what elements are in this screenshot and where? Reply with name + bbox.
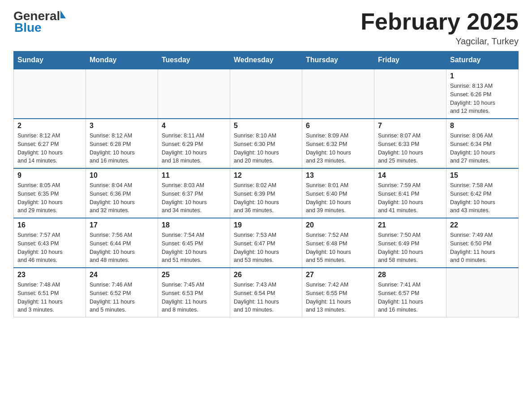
day-number: 13 bbox=[306, 171, 370, 180]
calendar-cell: 3Sunrise: 8:12 AMSunset: 6:28 PMDaylight… bbox=[86, 119, 158, 168]
title-area: February 2025 Yagcilar, Turkey bbox=[360, 9, 519, 47]
calendar-cell: 18Sunrise: 7:54 AMSunset: 6:45 PMDayligh… bbox=[158, 218, 230, 268]
day-number: 1 bbox=[450, 72, 515, 80]
logo-arrow-icon bbox=[60, 10, 66, 18]
calendar-cell: 20Sunrise: 7:52 AMSunset: 6:48 PMDayligh… bbox=[302, 218, 374, 268]
day-number: 18 bbox=[162, 221, 226, 229]
day-info: Sunrise: 8:05 AMSunset: 6:35 PMDaylight:… bbox=[17, 181, 82, 215]
calendar-body: 1Sunrise: 8:13 AMSunset: 6:26 PMDaylight… bbox=[14, 69, 519, 317]
calendar-cell: 28Sunrise: 7:41 AMSunset: 6:57 PMDayligh… bbox=[374, 268, 446, 317]
day-number: 10 bbox=[90, 171, 154, 180]
day-info: Sunrise: 7:59 AMSunset: 6:41 PMDaylight:… bbox=[378, 181, 442, 215]
day-info: Sunrise: 7:50 AMSunset: 6:49 PMDaylight:… bbox=[378, 231, 442, 265]
calendar-cell: 21Sunrise: 7:50 AMSunset: 6:49 PMDayligh… bbox=[374, 218, 446, 268]
calendar-cell bbox=[302, 69, 374, 119]
calendar-week-5: 23Sunrise: 7:48 AMSunset: 6:51 PMDayligh… bbox=[14, 268, 519, 317]
calendar-cell bbox=[14, 69, 86, 119]
calendar-week-2: 2Sunrise: 8:12 AMSunset: 6:27 PMDaylight… bbox=[14, 119, 519, 168]
day-info: Sunrise: 8:12 AMSunset: 6:27 PMDaylight:… bbox=[17, 132, 82, 165]
calendar-cell: 7Sunrise: 8:07 AMSunset: 6:33 PMDaylight… bbox=[374, 119, 446, 168]
day-info: Sunrise: 8:09 AMSunset: 6:32 PMDaylight:… bbox=[306, 132, 370, 165]
day-number: 8 bbox=[450, 122, 515, 130]
day-info: Sunrise: 8:10 AMSunset: 6:30 PMDaylight:… bbox=[234, 132, 298, 165]
calendar-cell: 13Sunrise: 8:01 AMSunset: 6:40 PMDayligh… bbox=[302, 168, 374, 218]
day-info: Sunrise: 8:06 AMSunset: 6:34 PMDaylight:… bbox=[450, 132, 515, 165]
calendar-cell: 23Sunrise: 7:48 AMSunset: 6:51 PMDayligh… bbox=[14, 268, 86, 317]
day-info: Sunrise: 8:03 AMSunset: 6:37 PMDaylight:… bbox=[162, 181, 226, 215]
calendar-cell: 11Sunrise: 8:03 AMSunset: 6:37 PMDayligh… bbox=[158, 168, 230, 218]
day-number: 23 bbox=[17, 271, 82, 279]
day-info: Sunrise: 7:42 AMSunset: 6:55 PMDaylight:… bbox=[306, 281, 370, 314]
day-info: Sunrise: 7:54 AMSunset: 6:45 PMDaylight:… bbox=[162, 231, 226, 265]
calendar-week-3: 9Sunrise: 8:05 AMSunset: 6:35 PMDaylight… bbox=[14, 168, 519, 218]
day-info: Sunrise: 7:49 AMSunset: 6:50 PMDaylight:… bbox=[450, 231, 515, 265]
day-number: 4 bbox=[162, 122, 226, 130]
calendar-cell: 27Sunrise: 7:42 AMSunset: 6:55 PMDayligh… bbox=[302, 268, 374, 317]
day-info: Sunrise: 8:11 AMSunset: 6:29 PMDaylight:… bbox=[162, 132, 226, 165]
calendar-cell: 14Sunrise: 7:59 AMSunset: 6:41 PMDayligh… bbox=[374, 168, 446, 218]
day-number: 24 bbox=[90, 271, 154, 279]
header-row: SundayMondayTuesdayWednesdayThursdayFrid… bbox=[14, 51, 519, 69]
calendar-week-1: 1Sunrise: 8:13 AMSunset: 6:26 PMDaylight… bbox=[14, 69, 519, 119]
day-info: Sunrise: 7:57 AMSunset: 6:43 PMDaylight:… bbox=[17, 231, 82, 265]
day-number: 15 bbox=[450, 171, 515, 180]
day-info: Sunrise: 7:52 AMSunset: 6:48 PMDaylight:… bbox=[306, 231, 370, 265]
calendar-cell: 24Sunrise: 7:46 AMSunset: 6:52 PMDayligh… bbox=[86, 268, 158, 317]
calendar-cell: 9Sunrise: 8:05 AMSunset: 6:35 PMDaylight… bbox=[14, 168, 86, 218]
calendar-cell: 16Sunrise: 7:57 AMSunset: 6:43 PMDayligh… bbox=[14, 218, 86, 268]
calendar-cell bbox=[158, 69, 230, 119]
calendar-cell: 6Sunrise: 8:09 AMSunset: 6:32 PMDaylight… bbox=[302, 119, 374, 168]
day-number: 22 bbox=[450, 221, 515, 229]
header-cell-thursday: Thursday bbox=[302, 51, 374, 69]
day-info: Sunrise: 8:02 AMSunset: 6:39 PMDaylight:… bbox=[234, 181, 298, 215]
header-cell-tuesday: Tuesday bbox=[158, 51, 230, 69]
day-number: 12 bbox=[234, 171, 298, 180]
day-info: Sunrise: 7:48 AMSunset: 6:51 PMDaylight:… bbox=[17, 281, 82, 314]
calendar-cell bbox=[230, 69, 302, 119]
calendar-table: SundayMondayTuesdayWednesdayThursdayFrid… bbox=[13, 51, 519, 317]
calendar-cell: 12Sunrise: 8:02 AMSunset: 6:39 PMDayligh… bbox=[230, 168, 302, 218]
calendar-cell: 2Sunrise: 8:12 AMSunset: 6:27 PMDaylight… bbox=[14, 119, 86, 168]
calendar-cell: 5Sunrise: 8:10 AMSunset: 6:30 PMDaylight… bbox=[230, 119, 302, 168]
header-cell-wednesday: Wednesday bbox=[230, 51, 302, 69]
calendar-cell: 4Sunrise: 8:11 AMSunset: 6:29 PMDaylight… bbox=[158, 119, 230, 168]
day-number: 16 bbox=[17, 221, 82, 229]
calendar-cell: 10Sunrise: 8:04 AMSunset: 6:36 PMDayligh… bbox=[86, 168, 158, 218]
day-info: Sunrise: 7:58 AMSunset: 6:42 PMDaylight:… bbox=[450, 181, 515, 215]
day-info: Sunrise: 8:13 AMSunset: 6:26 PMDaylight:… bbox=[450, 82, 515, 116]
day-info: Sunrise: 8:01 AMSunset: 6:40 PMDaylight:… bbox=[306, 181, 370, 215]
header-cell-monday: Monday bbox=[86, 51, 158, 69]
day-number: 17 bbox=[90, 221, 154, 229]
day-info: Sunrise: 8:07 AMSunset: 6:33 PMDaylight:… bbox=[378, 132, 442, 165]
day-number: 27 bbox=[306, 271, 370, 279]
day-info: Sunrise: 7:45 AMSunset: 6:53 PMDaylight:… bbox=[162, 281, 226, 314]
calendar-cell: 22Sunrise: 7:49 AMSunset: 6:50 PMDayligh… bbox=[446, 218, 519, 268]
day-number: 20 bbox=[306, 221, 370, 229]
day-number: 3 bbox=[90, 122, 154, 130]
day-info: Sunrise: 7:53 AMSunset: 6:47 PMDaylight:… bbox=[234, 231, 298, 265]
day-info: Sunrise: 8:12 AMSunset: 6:28 PMDaylight:… bbox=[90, 132, 154, 165]
header-cell-saturday: Saturday bbox=[446, 51, 519, 69]
calendar-cell: 15Sunrise: 7:58 AMSunset: 6:42 PMDayligh… bbox=[446, 168, 519, 218]
calendar-header: SundayMondayTuesdayWednesdayThursdayFrid… bbox=[14, 51, 519, 69]
calendar-week-4: 16Sunrise: 7:57 AMSunset: 6:43 PMDayligh… bbox=[14, 218, 519, 268]
day-number: 5 bbox=[234, 122, 298, 130]
day-number: 28 bbox=[378, 271, 442, 279]
day-info: Sunrise: 7:41 AMSunset: 6:57 PMDaylight:… bbox=[378, 281, 442, 314]
day-number: 21 bbox=[378, 221, 442, 229]
header-cell-friday: Friday bbox=[374, 51, 446, 69]
logo: General Blue bbox=[13, 9, 66, 35]
day-number: 26 bbox=[234, 271, 298, 279]
calendar-cell: 17Sunrise: 7:56 AMSunset: 6:44 PMDayligh… bbox=[86, 218, 158, 268]
calendar-cell bbox=[446, 268, 519, 317]
header-cell-sunday: Sunday bbox=[14, 51, 86, 69]
logo-blue-text: Blue bbox=[13, 21, 42, 35]
day-number: 7 bbox=[378, 122, 442, 130]
day-number: 9 bbox=[17, 171, 82, 180]
month-title: February 2025 bbox=[360, 9, 519, 34]
calendar-cell: 19Sunrise: 7:53 AMSunset: 6:47 PMDayligh… bbox=[230, 218, 302, 268]
calendar-cell bbox=[374, 69, 446, 119]
day-info: Sunrise: 7:43 AMSunset: 6:54 PMDaylight:… bbox=[234, 281, 298, 314]
calendar-cell: 8Sunrise: 8:06 AMSunset: 6:34 PMDaylight… bbox=[446, 119, 519, 168]
day-info: Sunrise: 7:56 AMSunset: 6:44 PMDaylight:… bbox=[90, 231, 154, 265]
